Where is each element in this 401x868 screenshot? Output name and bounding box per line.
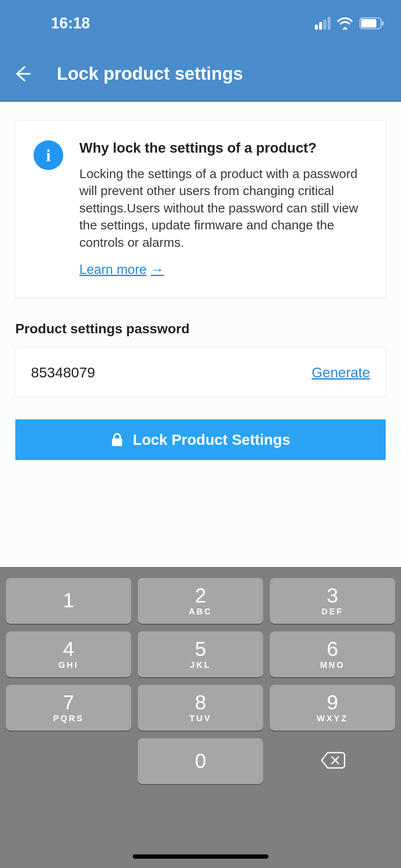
info-heading: Why lock the settings of a product?: [79, 139, 367, 158]
key-4[interactable]: 4GHI: [6, 631, 131, 677]
generate-link[interactable]: Generate: [311, 365, 370, 381]
key-5-abc: JKL: [190, 660, 211, 670]
key-7[interactable]: 7PQRS: [6, 685, 131, 731]
learn-more-link[interactable]: Learn more →: [79, 262, 164, 277]
key-3-num: 3: [327, 586, 338, 606]
wifi-icon: [337, 17, 353, 30]
key-8-num: 8: [195, 692, 206, 713]
key-9-num: 9: [327, 692, 338, 713]
key-1[interactable]: 1: [6, 578, 131, 624]
arrow-right-icon: →: [151, 262, 164, 277]
key-0[interactable]: 0: [138, 738, 263, 784]
page-header: Lock product settings: [0, 47, 401, 102]
password-section-label: Product settings password: [15, 321, 386, 337]
key-9-abc: WXYZ: [317, 714, 348, 723]
cellular-signal-icon: [315, 17, 331, 30]
info-card: i Why lock the settings of a product? Lo…: [15, 120, 386, 298]
battery-icon: [359, 17, 384, 29]
page-title: Lock product settings: [57, 64, 243, 84]
key-7-num: 7: [63, 692, 74, 713]
key-2[interactable]: 2ABC: [138, 578, 263, 624]
password-input[interactable]: [31, 364, 234, 381]
lock-button-label: Lock Product Settings: [133, 431, 290, 448]
password-card: Generate: [15, 348, 386, 397]
key-8-abc: TUV: [190, 714, 212, 723]
key-1-num: 1: [63, 590, 74, 611]
key-4-num: 4: [63, 639, 74, 659]
key-6[interactable]: 6MNO: [270, 631, 395, 677]
svg-rect-3: [112, 438, 122, 446]
home-indicator[interactable]: [133, 854, 269, 859]
lock-icon: [111, 433, 123, 447]
status-indicators: [315, 17, 384, 30]
key-5[interactable]: 5JKL: [138, 631, 263, 677]
key-3-abc: DEF: [322, 607, 344, 617]
key-8[interactable]: 8TUV: [138, 685, 263, 731]
backspace-key[interactable]: [270, 738, 395, 784]
key-2-num: 2: [195, 586, 206, 606]
numeric-keyboard: 1 2ABC 3DEF 4GHI 5JKL 6MNO 7PQRS 8TUV 9W…: [0, 567, 401, 868]
key-empty: [6, 738, 131, 784]
status-time: 16:18: [51, 14, 90, 32]
key-5-num: 5: [195, 639, 206, 659]
lock-product-settings-button[interactable]: Lock Product Settings: [15, 419, 386, 460]
status-bar: 16:18: [0, 0, 401, 47]
key-4-abc: GHI: [59, 660, 79, 670]
svg-rect-2: [382, 21, 384, 25]
info-text: Why lock the settings of a product? Lock…: [79, 139, 367, 277]
info-icon: i: [34, 140, 63, 170]
content-area: i Why lock the settings of a product? Lo…: [0, 102, 401, 460]
key-0-num: 0: [195, 751, 206, 771]
learn-more-label: Learn more: [79, 262, 147, 277]
info-body: Locking the settings of a product with a…: [79, 165, 367, 251]
backspace-icon: [320, 751, 345, 771]
key-3[interactable]: 3DEF: [270, 578, 395, 624]
svg-rect-1: [361, 19, 376, 28]
key-7-abc: PQRS: [53, 714, 84, 723]
key-6-num: 6: [327, 639, 338, 659]
key-9[interactable]: 9WXYZ: [270, 685, 395, 731]
key-2-abc: ABC: [189, 607, 212, 617]
back-arrow-icon[interactable]: [13, 64, 31, 83]
key-6-abc: MNO: [320, 660, 345, 670]
